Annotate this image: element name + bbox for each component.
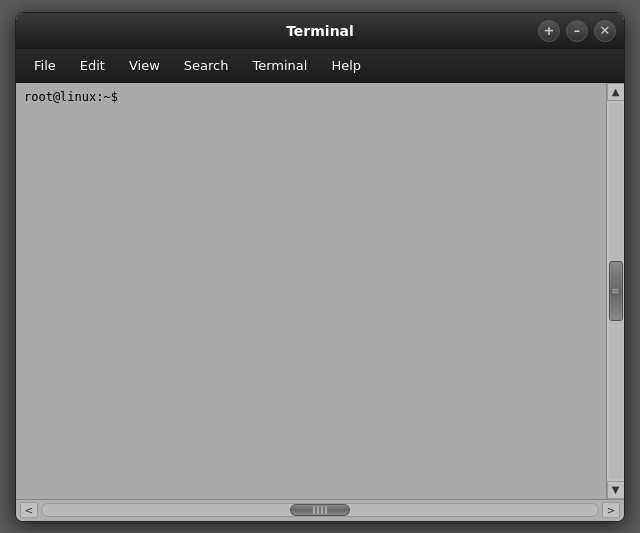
thumb-line-1	[313, 506, 315, 514]
close-button[interactable]: ✕	[594, 20, 616, 42]
scrollbar-horizontal-container: < >	[16, 499, 624, 521]
scroll-up-button[interactable]: ▲	[607, 83, 625, 101]
minimize-button[interactable]: –	[566, 20, 588, 42]
menu-file[interactable]: File	[22, 54, 68, 77]
terminal-area: root@linux:~$ ▲ ▼ <	[16, 83, 624, 521]
add-button[interactable]: +	[538, 20, 560, 42]
terminal-prompt: root@linux:~$	[24, 89, 616, 106]
scroll-track-vertical	[609, 103, 623, 479]
thumb-line-2	[317, 506, 319, 514]
menu-edit[interactable]: Edit	[68, 54, 117, 77]
thumb-line-3	[321, 506, 323, 514]
title-bar: Terminal + – ✕	[16, 13, 624, 49]
scroll-right-button[interactable]: >	[602, 502, 620, 518]
menu-search[interactable]: Search	[172, 54, 241, 77]
menu-bar: File Edit View Search Terminal Help	[16, 49, 624, 83]
window-controls: + – ✕	[538, 20, 616, 42]
terminal-window: Terminal + – ✕ File Edit View Search Ter…	[15, 12, 625, 522]
scroll-thumb-vertical[interactable]	[609, 261, 623, 321]
scroll-thumb-horizontal[interactable]	[290, 504, 350, 516]
scroll-down-button[interactable]: ▼	[607, 481, 625, 499]
terminal-content[interactable]: root@linux:~$	[16, 83, 624, 499]
scrollbar-vertical: ▲ ▼	[606, 83, 624, 499]
thumb-grip	[313, 506, 327, 514]
menu-help[interactable]: Help	[319, 54, 373, 77]
window-title: Terminal	[286, 23, 354, 39]
scroll-left-button[interactable]: <	[20, 502, 38, 518]
scroll-track-horizontal	[41, 503, 599, 517]
menu-view[interactable]: View	[117, 54, 172, 77]
thumb-line-4	[325, 506, 327, 514]
menu-terminal[interactable]: Terminal	[240, 54, 319, 77]
